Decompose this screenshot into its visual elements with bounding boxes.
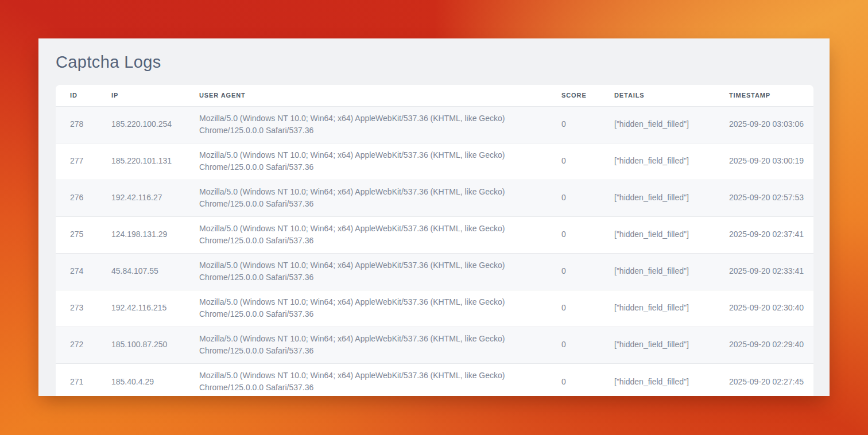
cell-id: 272	[56, 327, 102, 363]
desktop-background: Captcha Logs ID IP USER AGENT SCORE	[0, 0, 868, 435]
cell-score: 0	[552, 327, 605, 363]
cell-details: ["hidden_field_filled"]	[605, 363, 720, 396]
column-header-user-agent: USER AGENT	[190, 85, 552, 106]
cell-score: 0	[552, 106, 605, 143]
cell-id: 276	[56, 180, 102, 216]
cell-timestamp: 2025-09-20 02:29:40	[720, 327, 813, 363]
table-row: 278 185.220.100.254 Mozilla/5.0 (Windows…	[56, 106, 813, 143]
cell-user-agent: Mozilla/5.0 (Windows NT 10.0; Win64; x64…	[190, 216, 552, 253]
cell-details: ["hidden_field_filled"]	[605, 143, 720, 180]
cell-ip: 45.84.107.55	[102, 253, 190, 290]
cell-user-agent: Mozilla/5.0 (Windows NT 10.0; Win64; x64…	[190, 327, 552, 363]
table-header-row: ID IP USER AGENT SCORE DETAILS TIMESTAMP	[56, 85, 813, 106]
cell-ip: 192.42.116.215	[102, 290, 190, 327]
cell-id: 278	[56, 106, 102, 143]
cell-score: 0	[552, 253, 605, 290]
cell-ip: 185.220.101.131	[102, 143, 190, 180]
column-header-details: DETAILS	[605, 85, 720, 106]
cell-user-agent: Mozilla/5.0 (Windows NT 10.0; Win64; x64…	[190, 290, 552, 327]
cell-user-agent: Mozilla/5.0 (Windows NT 10.0; Win64; x64…	[190, 106, 552, 143]
cell-score: 0	[552, 216, 605, 253]
table-row: 277 185.220.101.131 Mozilla/5.0 (Windows…	[56, 143, 813, 180]
cell-id: 271	[56, 363, 102, 396]
table-row: 275 124.198.131.29 Mozilla/5.0 (Windows …	[56, 216, 813, 253]
table-row: 272 185.100.87.250 Mozilla/5.0 (Windows …	[56, 327, 813, 363]
cell-user-agent: Mozilla/5.0 (Windows NT 10.0; Win64; x64…	[190, 253, 552, 290]
cell-timestamp: 2025-09-20 02:37:41	[720, 216, 813, 253]
cell-details: ["hidden_field_filled"]	[605, 290, 720, 327]
cell-score: 0	[552, 143, 605, 180]
cell-user-agent: Mozilla/5.0 (Windows NT 10.0; Win64; x64…	[190, 143, 552, 180]
column-header-ip: IP	[102, 85, 190, 106]
cell-score: 0	[552, 363, 605, 396]
column-header-score: SCORE	[552, 85, 605, 106]
table-row: 273 192.42.116.215 Mozilla/5.0 (Windows …	[56, 290, 813, 327]
logs-table-container: ID IP USER AGENT SCORE DETAILS TIMESTAMP…	[56, 85, 813, 396]
cell-details: ["hidden_field_filled"]	[605, 253, 720, 290]
table-row: 276 192.42.116.27 Mozilla/5.0 (Windows N…	[56, 180, 813, 216]
cell-timestamp: 2025-09-20 02:27:45	[720, 363, 813, 396]
cell-details: ["hidden_field_filled"]	[605, 106, 720, 143]
column-header-id: ID	[56, 85, 102, 106]
captcha-logs-panel: Captcha Logs ID IP USER AGENT SCORE	[38, 38, 830, 396]
cell-id: 277	[56, 143, 102, 180]
cell-timestamp: 2025-09-20 03:03:06	[720, 106, 813, 143]
table-body: 278 185.220.100.254 Mozilla/5.0 (Windows…	[56, 106, 813, 396]
cell-timestamp: 2025-09-20 02:30:40	[720, 290, 813, 327]
page-title: Captcha Logs	[38, 38, 830, 85]
cell-id: 274	[56, 253, 102, 290]
column-header-timestamp: TIMESTAMP	[720, 85, 813, 106]
cell-score: 0	[552, 290, 605, 327]
cell-timestamp: 2025-09-20 02:33:41	[720, 253, 813, 290]
cell-details: ["hidden_field_filled"]	[605, 180, 720, 216]
cell-timestamp: 2025-09-20 03:00:19	[720, 143, 813, 180]
cell-details: ["hidden_field_filled"]	[605, 216, 720, 253]
cell-ip: 124.198.131.29	[102, 216, 190, 253]
table-row: 274 45.84.107.55 Mozilla/5.0 (Windows NT…	[56, 253, 813, 290]
cell-ip: 185.40.4.29	[102, 363, 190, 396]
cell-ip: 192.42.116.27	[102, 180, 190, 216]
table-row: 271 185.40.4.29 Mozilla/5.0 (Windows NT …	[56, 363, 813, 396]
cell-timestamp: 2025-09-20 02:57:53	[720, 180, 813, 216]
cell-id: 275	[56, 216, 102, 253]
logs-table: ID IP USER AGENT SCORE DETAILS TIMESTAMP…	[56, 85, 813, 396]
cell-score: 0	[552, 180, 605, 216]
cell-ip: 185.220.100.254	[102, 106, 190, 143]
cell-user-agent: Mozilla/5.0 (Windows NT 10.0; Win64; x64…	[190, 180, 552, 216]
cell-user-agent: Mozilla/5.0 (Windows NT 10.0; Win64; x64…	[190, 363, 552, 396]
cell-ip: 185.100.87.250	[102, 327, 190, 363]
cell-details: ["hidden_field_filled"]	[605, 327, 720, 363]
cell-id: 273	[56, 290, 102, 327]
